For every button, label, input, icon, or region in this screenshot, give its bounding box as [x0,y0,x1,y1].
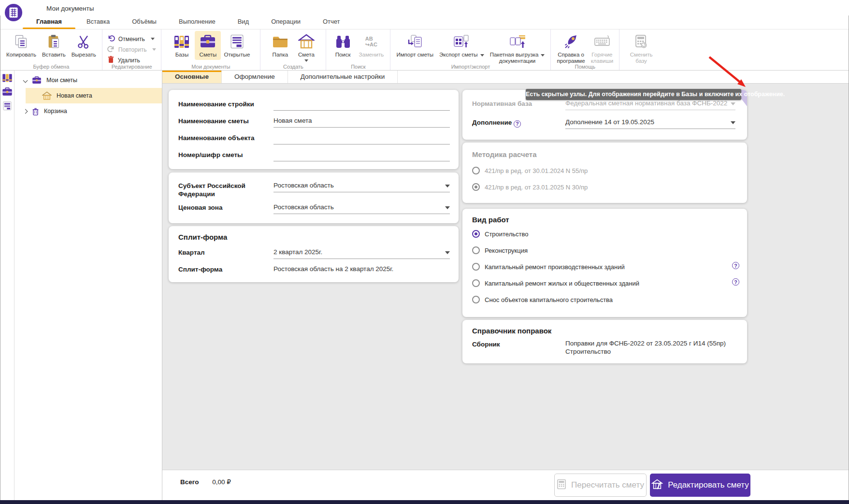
radio-icon[interactable] [472,296,480,303]
addition-help-icon[interactable]: ? [514,120,521,128]
ribbon-tab-volumes[interactable]: Объёмы [121,15,168,29]
strip-estimates-icon[interactable] [2,87,13,99]
about-button[interactable]: Справка опрограмме [554,31,588,66]
tree-item-my-estimates[interactable]: Мои сметы [15,72,162,88]
undo-dropdown-icon[interactable] [151,38,155,40]
quarter-select[interactable]: 2 квартал 2025г. [273,248,450,259]
toolbar-group-editing: Отменить Повторить Удалить Редактировани… [102,29,162,70]
tree-item-new-estimate[interactable]: Новая смета [26,88,162,103]
change-base-label-wrap: Сменитьбазу [630,52,653,64]
calculator-small-icon [557,479,566,492]
toolbar-group-create: Папка Смета Создать [260,29,326,70]
addition-value: Дополнение 14 от 19.05.2025 [565,118,654,126]
ribbon-tab-report[interactable]: Отчет [312,15,351,29]
ribbon-tab-main[interactable]: Главная [23,15,75,29]
estimates-button[interactable]: Сметы [195,31,221,60]
work-option-construction[interactable]: Строительство [472,230,728,238]
recalculate-button[interactable]: Пересчитать смету [554,474,647,497]
tab-formatting[interactable]: Оформление [222,71,288,83]
hotkeys-button[interactable]: Горячиеклавиши [588,31,616,66]
radio-checked-icon[interactable] [472,230,480,238]
redo-button[interactable]: Повторить [105,45,158,54]
chevron-down-icon[interactable] [23,78,28,83]
quarter-dropdown-icon[interactable] [445,251,450,254]
copy-button[interactable]: Копировать [3,31,39,60]
tree-item-trash[interactable]: Корзина [15,103,162,119]
create-estimate-dropdown-icon[interactable] [304,59,308,62]
ribbon-tab-operations[interactable]: Операции [260,15,312,29]
folder-label: Папка [273,52,288,58]
work-option-reconstruction[interactable]: Реконструкция [472,246,728,254]
radio-checked-icon[interactable] [472,183,480,191]
price-zone-label: Ценовая зона [178,203,222,212]
normative-base-dropdown-icon[interactable] [731,102,735,105]
normative-base-select[interactable]: Федеральная сметная нормативная база ФСН… [565,100,735,110]
export-label-wrap: Экспорт сметы [439,52,484,58]
total-label: Всего [180,478,199,486]
folder-button[interactable]: Папка [267,31,293,60]
method-title: Методика расчета [472,150,537,158]
paste-button[interactable]: Вставить [39,31,69,60]
radio-icon[interactable] [472,246,480,254]
import-estimate-button[interactable]: Импорт сметы [393,31,436,60]
batch-export-button[interactable]: Пакетная выгрузкадокументации [487,31,548,66]
industrial-repair-help-icon[interactable]: ? [732,262,739,269]
opened-button[interactable]: Открытые [221,31,253,60]
price-zone-select[interactable]: Ростовская область [273,203,450,214]
method-card: Методика расчета 421/пр в ред. от 30.01.… [462,143,747,203]
method-option-2[interactable]: 421/пр в ред. от 23.01.2025 N 30/пр [472,183,728,191]
main-content: Основные Оформление Дополнительные настр… [162,71,849,500]
ribbon-tab-execution[interactable]: Выполнение [168,15,227,29]
change-base-button[interactable]: Сменитьбазу [627,31,656,66]
object-name-input[interactable] [273,134,450,144]
create-estimate-button[interactable]: Смета [293,31,319,64]
document-list-icon [230,33,245,50]
keyboard-icon [594,33,610,50]
about-label-line2: программе [557,58,585,64]
bases-button[interactable]: Базы [169,31,195,60]
ribbon-tab-insert[interactable]: Вставка [75,15,121,29]
tab-additional-settings[interactable]: Дополнительные настройки [288,71,398,83]
work-option-industrial-repair[interactable]: Капитальный ремонт производственных здан… [472,263,728,271]
batch-dropdown-icon[interactable] [541,54,545,57]
radio-icon[interactable] [472,263,480,271]
strip-opened-icon[interactable] [2,101,13,113]
cut-button[interactable]: Вырезать [69,31,99,60]
footer-bar: Всего 0,00 ₽ Пересчитать смету Редактиро… [162,470,849,500]
tab-general[interactable]: Основные [162,71,222,83]
estimates-label: Сметы [200,52,217,58]
edit-estimate-button[interactable]: Редактировать смету [650,474,750,497]
region-select[interactable]: Ростовская область [273,182,450,192]
replace-button[interactable]: AB↪AC Заменить [356,31,387,60]
export-dropdown-icon[interactable] [480,54,484,57]
addition-select[interactable]: Дополнение 14 от 19.05.2025 [565,118,735,129]
strip-bases-icon[interactable] [2,73,13,85]
ribbon-tab-view[interactable]: Вид [227,15,260,29]
method-option-1[interactable]: 421/пр в ред. от 30.01.2024 N 55/пр [472,167,728,174]
radio-icon[interactable] [472,279,480,287]
rocket-icon [564,33,578,50]
construction-name-input[interactable] [273,100,450,111]
search-button[interactable]: Поиск [330,31,356,60]
undo-button[interactable]: Отменить [105,34,158,43]
group-label-create: Создать [260,64,326,70]
normative-base-value: Федеральная сметная нормативная база ФСН… [565,100,727,107]
residential-repair-help-icon[interactable]: ? [732,278,739,286]
estimate-name-input[interactable]: Новая смета [273,117,450,128]
briefcase-icon [200,33,216,50]
addition-dropdown-icon[interactable] [731,121,735,124]
estimate-number-input[interactable] [273,151,450,161]
work-option-residential-repair[interactable]: Капитальный ремонт жилых и общественных … [472,279,728,287]
redo-dropdown-icon[interactable] [152,48,156,51]
app-logo-icon [4,3,23,22]
price-zone-dropdown-icon[interactable] [445,206,450,209]
region-dropdown-icon[interactable] [445,185,450,187]
quarter-value: 2 квартал 2025г. [273,248,322,256]
radio-icon[interactable] [472,167,480,174]
chevron-right-icon[interactable] [23,109,28,114]
work-option-demolition[interactable]: Снос объектов капитального строительства [472,296,728,303]
export-estimate-button[interactable]: Экспорт сметы [436,31,487,60]
cut-label: Вырезать [72,52,96,58]
delete-label: Удалить [118,57,140,64]
split-form-title: Сплит-форма [178,233,227,241]
